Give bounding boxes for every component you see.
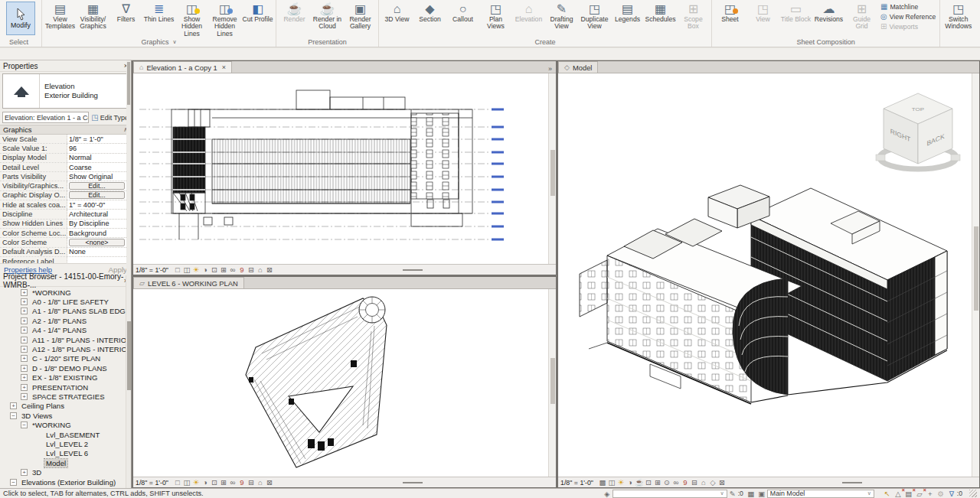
ribbon-button[interactable]: ▣ Render Gallery: [344, 0, 377, 31]
tree-item[interactable]: + *WORKING: [0, 288, 131, 297]
plan-horizontal-scrollbar[interactable]: [275, 477, 554, 487]
select-pinned-elements-toggle[interactable]: ▤: [903, 490, 914, 498]
ribbon-small-button[interactable]: ⊞ Viewports: [880, 23, 936, 31]
temporary-view-properties-icon[interactable]: ⊟: [690, 478, 699, 487]
property-value[interactable]: <none>: [69, 239, 125, 246]
visual-style-icon[interactable]: □: [173, 478, 182, 487]
ribbon-button[interactable]: ▭ Title Block: [779, 0, 812, 31]
tree-item[interactable]: + A4 - 1/4" PLANS: [0, 326, 131, 335]
property-value[interactable]: 1/8" = 1'-0": [67, 135, 131, 143]
select-underlay-elements-toggle[interactable]: △: [893, 490, 903, 498]
property-value[interactable]: Show Original: [67, 173, 131, 181]
tree-item[interactable]: + SPACE STRATEGIES: [0, 392, 131, 401]
edit-type-button[interactable]: ◳ Edit Type: [91, 113, 129, 122]
model-canvas[interactable]: TOP RIGHT BACK: [558, 73, 979, 477]
tree-item[interactable]: Lvl_LEVEL 2: [0, 439, 131, 448]
view-scale-button[interactable]: 1/8" = 1'-0": [560, 479, 593, 487]
view-cube[interactable]: TOP RIGHT BACK: [876, 93, 960, 169]
sun-path-icon[interactable]: ☀: [191, 265, 201, 275]
elevation-canvas[interactable]: [133, 73, 556, 264]
tree-expand-icon[interactable]: +: [21, 469, 28, 476]
tab-model-view[interactable]: ◇ Model: [558, 61, 598, 73]
ribbon-button[interactable]: ◳ Switch Windows: [942, 0, 975, 31]
ribbon-button[interactable]: ⊠ Close Inactive: [975, 0, 980, 31]
show-crop-region-icon[interactable]: ⊞: [219, 478, 228, 487]
shadows-icon[interactable]: ◑: [626, 478, 635, 487]
tree-item[interactable]: + A2 - 1/8" PLANS: [0, 316, 131, 325]
property-value[interactable]: 96: [67, 145, 131, 152]
select-group-label[interactable]: Select: [2, 37, 40, 47]
tab-close-icon[interactable]: ×: [222, 63, 226, 71]
crop-view-icon[interactable]: ⊡: [644, 478, 653, 487]
ribbon-button[interactable]: ◳ View: [746, 0, 779, 31]
sun-path-icon[interactable]: ☀: [616, 478, 626, 487]
ribbon-small-button[interactable]: ◎ View Reference: [880, 13, 936, 21]
displacement-sets-icon[interactable]: ◇: [708, 478, 717, 487]
tree-expand-icon[interactable]: −: [21, 422, 28, 428]
property-value[interactable]: Coarse: [67, 164, 131, 171]
tree-expand-icon[interactable]: +: [21, 308, 28, 314]
elevation-horizontal-scrollbar[interactable]: [275, 265, 554, 275]
property-value[interactable]: Architectural: [67, 210, 131, 218]
property-value[interactable]: Edit...: [69, 182, 125, 190]
tree-item[interactable]: + EX - 1/8" EXISTING: [0, 373, 131, 382]
select-links-toggle[interactable]: ↖: [882, 490, 893, 498]
tree-item[interactable]: − 3D Views: [0, 411, 131, 420]
tree-expand-icon[interactable]: −: [10, 479, 17, 486]
temporary-view-properties-icon[interactable]: ⊟: [247, 265, 256, 275]
select-elements-by-face-toggle[interactable]: ▱: [914, 490, 925, 498]
graphics-dialog-launcher-icon[interactable]: ∨: [172, 39, 176, 45]
property-value[interactable]: 1" = 400'-0": [67, 201, 131, 209]
ribbon-button[interactable]: ▤ View Templates: [44, 0, 77, 31]
ribbon-button[interactable]: ◰ Sheet: [714, 0, 746, 31]
rendering-dialog-icon[interactable]: ☕: [635, 478, 644, 487]
ribbon-button[interactable]: ✎ Drafting View: [545, 0, 578, 31]
property-value[interactable]: By Discipline: [67, 220, 131, 227]
crop-view-icon[interactable]: ⊡: [210, 265, 219, 275]
temporary-hide-isolate-icon[interactable]: ∞: [228, 265, 237, 275]
ribbon-button[interactable]: ▦ Visibility/ Graphics: [77, 0, 109, 31]
tree-item[interactable]: − *WORKING: [0, 420, 131, 429]
ribbon-button[interactable]: ▦ Schedules: [644, 0, 677, 23]
ribbon-button[interactable]: ◧ Cut Profile: [241, 0, 274, 23]
detail-level-icon[interactable]: ◫: [182, 478, 191, 487]
tree-item[interactable]: + D - 1/8" DEMO PLANS: [0, 363, 131, 373]
ribbon-button[interactable]: ◆ Section: [413, 0, 446, 23]
tree-item[interactable]: − Elevations (Exterior Building): [0, 477, 131, 487]
tab-elevation-view[interactable]: ⌂ Elevation 1 - a Copy 1 ×: [133, 61, 232, 73]
tree-item[interactable]: Model: [0, 458, 131, 467]
viewcube-top-label[interactable]: TOP: [912, 107, 925, 111]
tree-expand-icon[interactable]: +: [21, 317, 28, 324]
worksets-icon[interactable]: ◈: [602, 490, 612, 498]
ribbon-button[interactable]: ◳ Duplicate View: [578, 0, 611, 31]
ribbon-button[interactable]: ◫ Remove Hidden Lines: [208, 0, 241, 37]
model-horizontal-scrollbar[interactable]: [727, 477, 977, 487]
show-crop-region-icon[interactable]: ⊞: [653, 478, 662, 487]
tree-item[interactable]: + PRESENTATION: [0, 382, 131, 392]
ribbon-button[interactable]: ☁ Revisions: [812, 0, 845, 31]
tree-expand-icon[interactable]: +: [21, 365, 28, 372]
tab-plan-view[interactable]: ▱ LEVEL 6 - WORKING PLAN: [133, 277, 244, 288]
tab-overflow-icon[interactable]: »: [544, 65, 556, 73]
tree-item[interactable]: + 3D: [0, 467, 131, 477]
tree-expand-icon[interactable]: +: [21, 393, 28, 400]
reveal-hidden-elements-icon[interactable]: 9: [681, 478, 690, 487]
view-scale-button[interactable]: 1/8" = 1'-0": [136, 266, 168, 274]
tree-expand-icon[interactable]: +: [10, 402, 17, 409]
visual-style-icon[interactable]: □: [173, 265, 182, 275]
design-options-icon[interactable]: ▣: [756, 490, 767, 498]
tree-expand-icon[interactable]: +: [21, 346, 28, 353]
tree-item[interactable]: + C - 1/20" SITE PLAN: [0, 354, 131, 363]
type-selector[interactable]: Elevation Exterior Building: [2, 73, 129, 109]
constraints-icon[interactable]: ⊠: [717, 478, 727, 487]
tree-item[interactable]: + A1 - 1/8" PLANS SLAB EDGE: [0, 307, 131, 316]
tree-item[interactable]: Lvl_BASEMENT: [0, 430, 131, 439]
tree-expand-icon[interactable]: +: [21, 289, 28, 296]
property-value[interactable]: Normal: [67, 154, 131, 161]
tree-item[interactable]: + A11 - 1/8" PLANS - INTERIOR FIN: [0, 335, 131, 344]
ribbon-button[interactable]: ⊞ Scope Box: [677, 0, 710, 31]
temporary-view-properties-icon[interactable]: ⊟: [247, 478, 256, 487]
worksets-dialog-icon[interactable]: ▦: [746, 490, 756, 498]
tree-expand-icon[interactable]: +: [21, 355, 28, 362]
property-value[interactable]: None: [67, 248, 131, 256]
